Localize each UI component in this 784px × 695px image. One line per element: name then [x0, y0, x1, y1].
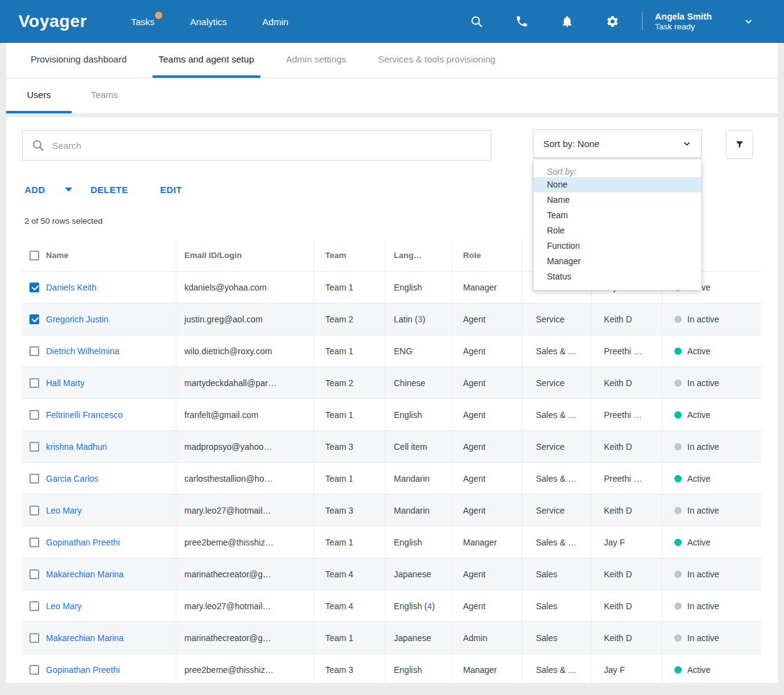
sort-option-role[interactable]: Role [533, 223, 701, 238]
checkbox-unchecked-icon[interactable] [29, 410, 39, 420]
user-name-link[interactable]: Daniels Keith [46, 283, 97, 292]
user-name-link[interactable]: Leo Mary [46, 601, 81, 611]
phone-icon[interactable] [514, 14, 529, 29]
checkbox-unchecked-icon[interactable] [29, 665, 39, 675]
status-inactive-dot [674, 379, 682, 387]
tab-provisioning-dashboard[interactable]: Provisioning dashboard [24, 43, 133, 78]
cell-name: Leo Mary [46, 590, 176, 621]
user-name-link[interactable]: Gopinathan Preethi [46, 537, 120, 547]
status-active-dot [674, 411, 682, 419]
cell-language: ENG [385, 335, 452, 366]
checkbox-unchecked-icon[interactable] [29, 346, 39, 356]
filter-button[interactable] [726, 130, 753, 159]
cell-manager: Jay F [591, 654, 662, 683]
nav-item-admin[interactable]: Admin [262, 17, 288, 27]
checkbox-unchecked-icon[interactable] [29, 569, 39, 579]
status-label: In active [687, 633, 719, 643]
header-select-all-cell [22, 240, 46, 271]
sort-option-name[interactable]: Name [533, 192, 701, 208]
select-all-checkbox[interactable] [29, 251, 39, 260]
sort-dropdown[interactable]: Sort by: None [533, 129, 702, 158]
delete-button[interactable]: DELETE [91, 184, 129, 195]
sort-option-function[interactable]: Function [533, 238, 701, 254]
checkbox-unchecked-icon[interactable] [29, 633, 39, 643]
status-label: Active [687, 410, 710, 420]
users-teams-tabs: UsersTeams [6, 78, 778, 113]
cell-role: Agent [452, 463, 522, 494]
cell-role: Agent [452, 399, 522, 430]
cell-manager: Keith D [591, 590, 662, 621]
status-label: In active [687, 506, 719, 515]
bell-icon[interactable] [560, 14, 575, 29]
user-name-link[interactable]: Garcia Carlos [46, 474, 99, 484]
language-count-link[interactable]: 3 [418, 314, 423, 324]
cell-status: In active [662, 558, 761, 590]
notification-badge [155, 12, 162, 19]
tab-teams-and-agent-setup[interactable]: Teams and agent setup [153, 43, 260, 78]
nav-item-tasks[interactable]: Tasks [131, 17, 154, 27]
tab-services-tools-provisioning[interactable]: Services & tools provisioning [372, 43, 502, 78]
cell-language: English [385, 399, 452, 430]
checkbox-unchecked-icon[interactable] [29, 506, 39, 515]
user-name-link[interactable]: Dietrich Wilhelmina [46, 346, 119, 356]
cell-name: Feltrinelli Francesco [46, 399, 176, 430]
add-button[interactable]: ADD [24, 184, 45, 195]
user-name-link[interactable]: Gregorich Justin [46, 314, 108, 324]
cell-function: Service [522, 303, 591, 335]
search-input[interactable] [51, 140, 464, 151]
user-name-link[interactable]: Gopinathan Preethi [46, 665, 120, 675]
checkbox-checked-icon[interactable] [29, 314, 39, 324]
checkbox-unchecked-icon[interactable] [29, 537, 39, 547]
cell-team: Team 1 [314, 335, 385, 366]
status-label: In active [687, 601, 719, 611]
sort-option-none[interactable]: None [533, 177, 701, 192]
sort-option-team[interactable]: Team [533, 208, 701, 223]
column-header-role: Role [452, 240, 522, 271]
checkbox-unchecked-icon[interactable] [29, 601, 39, 611]
user-name-link[interactable]: Leo Mary [46, 506, 81, 515]
brand-logo[interactable]: Voyager [18, 12, 87, 31]
cell-name: Hall Marty [46, 367, 176, 398]
top-navbar: Voyager TasksAnalyticsAdmin Angela Smith… [0, 0, 784, 43]
cell-role: Agent [452, 590, 522, 621]
funnel-icon [734, 139, 745, 150]
status-active-dot [674, 539, 682, 546]
checkbox-unchecked-icon[interactable] [29, 442, 39, 452]
column-header-team: Team [314, 240, 385, 271]
sort-option-manager[interactable]: Manager [533, 254, 701, 269]
search-icon[interactable] [469, 14, 484, 29]
language-count-link[interactable]: 4 [427, 601, 432, 611]
subtab-teams[interactable]: Teams [72, 78, 137, 113]
row-select-cell [22, 431, 46, 462]
cell-status: In active [662, 367, 761, 398]
cell-email: marinathecreator@g… [176, 558, 314, 590]
chevron-down-icon[interactable] [741, 14, 756, 29]
status-label: Active [687, 665, 710, 675]
user-name-link[interactable]: Makarechian Marina [46, 633, 124, 643]
bulk-actions: ADD DELETE EDIT [24, 184, 182, 195]
user-info: Angela Smith Task ready [655, 12, 712, 32]
nav-item-analytics[interactable]: Analytics [190, 17, 227, 27]
row-select-cell [22, 590, 46, 621]
user-name-link[interactable]: Feltrinelli Francesco [46, 410, 123, 420]
sort-option-status[interactable]: Status [533, 269, 701, 284]
tab-admin-settings[interactable]: Admin settings [280, 43, 352, 78]
table-row: Leo Marymary.leo27@hotmail…Team 4English… [22, 590, 761, 622]
cell-manager: Preethi … [591, 463, 662, 494]
gear-icon[interactable] [605, 14, 620, 29]
subtab-users[interactable]: Users [6, 78, 72, 113]
user-name-link[interactable]: Makarechian Marina [46, 569, 124, 579]
user-name-link[interactable]: krishna Madhuri [46, 442, 107, 452]
cell-name: Makarechian Marina [46, 622, 176, 653]
user-name-link[interactable]: Hall Marty [46, 378, 85, 388]
checkbox-unchecked-icon[interactable] [29, 474, 39, 484]
cell-email: mary.leo27@hotmail… [176, 590, 314, 621]
checkbox-unchecked-icon[interactable] [29, 378, 39, 388]
cell-name: Garcia Carlos [46, 463, 176, 494]
edit-button[interactable]: EDIT [160, 184, 182, 195]
cell-email: wilo.dietrich@roxy.com [176, 335, 314, 366]
nav-item-label: Admin [262, 17, 288, 27]
user-menu[interactable]: Angela Smith Task ready [655, 12, 712, 32]
checkbox-checked-icon[interactable] [29, 283, 39, 292]
add-dropdown-caret-icon[interactable] [65, 188, 72, 192]
